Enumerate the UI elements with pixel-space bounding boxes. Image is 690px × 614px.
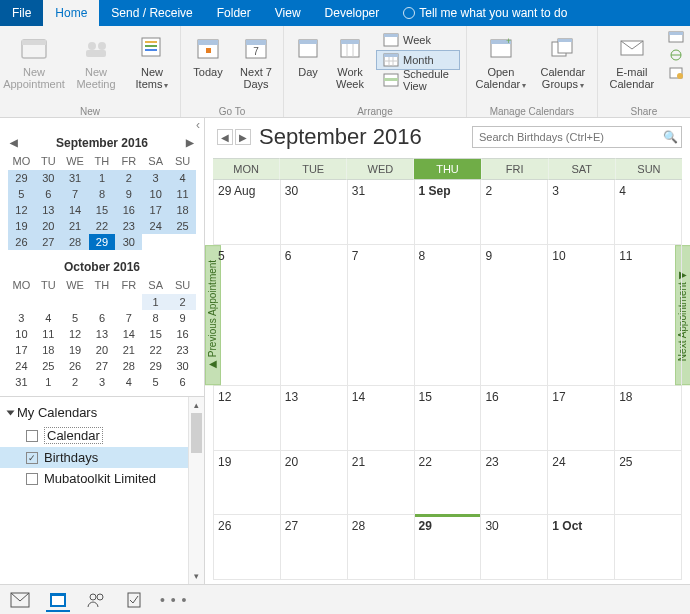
day-cell[interactable]: 11 [615,245,682,385]
mini-day[interactable]: 15 [142,326,169,342]
mini-day[interactable]: 15 [89,202,116,218]
tab-tell-me[interactable]: Tell me what you want to do [391,0,579,26]
mini-day[interactable]: 23 [169,342,196,358]
day-cell[interactable]: 28 [348,515,415,579]
mini-day[interactable]: 7 [62,186,89,202]
mini-day[interactable]: 17 [8,342,35,358]
nav-more-icon[interactable]: • • • [160,592,187,608]
day-cell[interactable]: 18 [615,386,682,450]
mini-day[interactable]: 10 [8,326,35,342]
mini-day[interactable]: 5 [8,186,35,202]
calendar-item-calendar[interactable]: Calendar [0,424,188,447]
tab-folder[interactable]: Folder [205,0,263,26]
scroll-up[interactable]: ▴ [189,397,204,413]
mini-day[interactable]: 5 [142,374,169,390]
mini-day[interactable]: 28 [62,234,89,250]
day-cell[interactable]: 1 Oct [548,515,615,579]
publish-icon[interactable] [668,48,684,62]
day-cell[interactable]: 20 [281,451,348,515]
search-icon[interactable]: 🔍 [659,130,681,144]
day-cell[interactable]: 24 [548,451,615,515]
new-appointment-button[interactable]: New Appointment [6,30,62,92]
collapse-side-icon[interactable]: ‹ [0,118,204,132]
next7days-button[interactable]: 7 Next 7 Days [235,30,277,92]
mini-day[interactable]: 29 [142,358,169,374]
day-cell[interactable]: 15 [415,386,482,450]
nav-people-icon[interactable] [84,588,108,612]
mini-day[interactable]: 20 [35,218,62,234]
day-cell[interactable]: 7 [348,245,415,385]
checkbox[interactable]: ✓ [26,452,38,464]
mini-day[interactable]: 17 [142,202,169,218]
day-cell[interactable]: 19 [214,451,281,515]
mini-day[interactable]: 12 [8,202,35,218]
mini-day[interactable]: 30 [169,358,196,374]
new-meeting-button[interactable]: New Meeting [68,30,124,92]
day-cell-today[interactable]: 29 [415,515,482,579]
day-cell[interactable] [615,515,682,579]
day-cell[interactable]: 2 [481,180,548,244]
week-button[interactable]: Week [376,30,460,50]
mini-day[interactable]: 25 [169,218,196,234]
mini-day[interactable]: 20 [89,342,116,358]
mini-day[interactable]: 19 [8,218,35,234]
checkbox[interactable] [26,430,38,442]
day-cell[interactable]: 31 [348,180,415,244]
mini-day[interactable]: 11 [169,186,196,202]
mini-day[interactable]: 1 [142,294,169,310]
day-cell[interactable]: 3 [548,180,615,244]
mini-day[interactable]: 23 [115,218,142,234]
day-cell[interactable]: 10 [548,245,615,385]
mini-day[interactable]: 6 [169,374,196,390]
day-cell[interactable]: 9 [481,245,548,385]
mini-day[interactable]: 4 [115,374,142,390]
tab-developer[interactable]: Developer [313,0,392,26]
mini-day[interactable]: 13 [35,202,62,218]
day-cell[interactable]: 13 [281,386,348,450]
month-button[interactable]: Month [376,50,460,70]
mini-day[interactable]: 18 [35,342,62,358]
mini-day[interactable]: 13 [89,326,116,342]
today-button[interactable]: Today [187,30,229,80]
mini-day[interactable]: 30 [115,234,142,250]
mini-day[interactable]: 14 [115,326,142,342]
day-cell[interactable]: 1 Sep [415,180,482,244]
mini-day[interactable]: 8 [89,186,116,202]
mini-day[interactable]: 14 [62,202,89,218]
nav-calendar-icon[interactable] [46,588,70,612]
mini-day[interactable]: 26 [8,234,35,250]
mini-day[interactable]: 4 [169,170,196,186]
day-cell[interactable]: 5 [214,245,281,385]
mini-day-today[interactable]: 29 [89,234,116,250]
share-icon[interactable] [668,30,684,44]
permissions-icon[interactable] [668,66,684,80]
mini-prev-month[interactable]: ◀ [8,134,20,152]
calendar-item-birthdays[interactable]: ✓ Birthdays [0,447,188,468]
next-month-button[interactable]: ▶ [235,129,251,145]
mini-day[interactable]: 21 [115,342,142,358]
mini-day[interactable]: 3 [142,170,169,186]
tab-file[interactable]: File [0,0,43,26]
mini-day[interactable]: 16 [115,202,142,218]
mini-day[interactable]: 21 [62,218,89,234]
mini-day[interactable]: 31 [62,170,89,186]
open-calendar-button[interactable]: + Open Calendar▾ [473,30,529,94]
mini-day[interactable]: 6 [35,186,62,202]
mini-day[interactable]: 24 [142,218,169,234]
day-cell[interactable]: 30 [281,180,348,244]
mini-day[interactable]: 28 [115,358,142,374]
day-cell[interactable]: 14 [348,386,415,450]
day-cell[interactable]: 8 [415,245,482,385]
mini-day[interactable]: 10 [142,186,169,202]
mini-day[interactable]: 22 [89,218,116,234]
mini-day[interactable]: 2 [62,374,89,390]
email-calendar-button[interactable]: E-mail Calendar [604,30,660,92]
mini-day[interactable]: 18 [169,202,196,218]
mini-day[interactable]: 1 [89,170,116,186]
mini-day[interactable]: 9 [115,186,142,202]
day-cell[interactable]: 17 [548,386,615,450]
scrollbar[interactable]: ▴ ▾ [188,397,204,584]
mini-next-month[interactable]: ▶ [184,134,196,152]
new-items-button[interactable]: New Items▾ [130,30,174,94]
mini-day[interactable]: 24 [8,358,35,374]
